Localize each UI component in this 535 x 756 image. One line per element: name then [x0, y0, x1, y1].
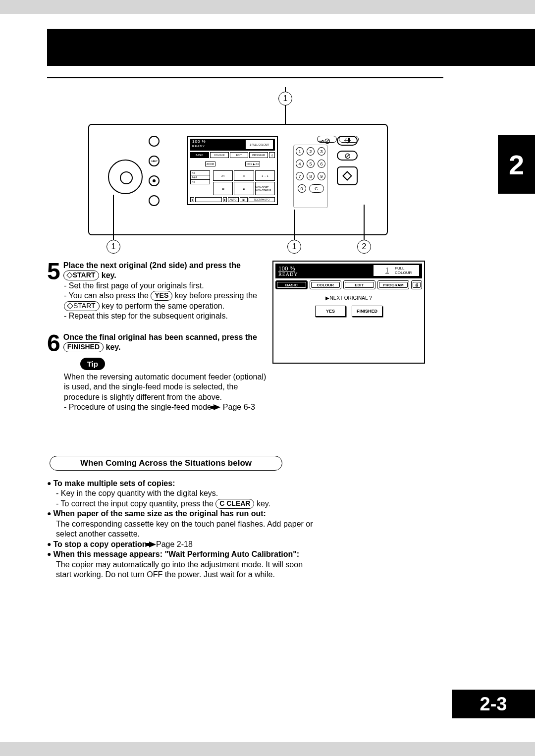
arrow-icon	[149, 541, 156, 547]
bot-cell	[195, 197, 222, 202]
panel-tab: COLOUR	[210, 152, 229, 158]
panel-ready: READY	[192, 145, 205, 148]
grid-cell: A4	[213, 170, 233, 181]
control-panel-illustration: HELP 100 % READY 1 FULL COLOUR BASIC COL…	[88, 124, 388, 235]
indicator-circle	[149, 175, 160, 186]
step6-heading: Once the final original has been scanned…	[63, 333, 257, 351]
bot-cell: ▣	[240, 197, 248, 202]
manual-page: 2 2-3 HELP 100 % READY 1 FULL COLOUR BAS…	[0, 14, 535, 742]
indicator-circle	[149, 136, 160, 147]
start-button-icon	[337, 166, 358, 185]
header-band	[47, 29, 535, 66]
key-0: 0	[298, 184, 306, 193]
grid-cell: 1 → 1	[255, 170, 275, 181]
key-clear: C	[309, 184, 324, 193]
bot-cell: ▶	[223, 197, 227, 202]
grid-cell: □	[234, 170, 254, 181]
lcd-tab: PROGRAM	[377, 280, 410, 289]
tip-text: - Procedure of using the single-feed mod…	[64, 402, 268, 412]
leader-line	[364, 205, 365, 240]
step5-heading: Place the next original (2nd side) and p…	[63, 261, 241, 279]
situ-line: - Key in the copy quantity with the digi…	[56, 488, 315, 498]
lcd-tab-icon: ⎙	[411, 280, 422, 289]
key-5: 5	[307, 160, 315, 168]
panel-tab-icon: ⎙	[269, 152, 275, 158]
page-number: 2-3	[452, 690, 535, 718]
tray-item: A4	[190, 179, 210, 184]
key-8: 8	[307, 172, 315, 180]
situ-line: The corresponding cassette key on the to…	[56, 519, 315, 540]
body-text: 5 Place the next original (2nd side) and…	[47, 261, 268, 413]
situ-heading: When paper of the same size as the origi…	[53, 509, 266, 519]
grid-cell: ▣	[234, 182, 254, 195]
callout-number: 2	[357, 240, 371, 254]
step5-line: - You can also press the YES key before …	[64, 291, 268, 311]
lcd-prompt: ▶NEXT ORIGINAL ?	[273, 295, 424, 301]
key-3: 3	[318, 147, 325, 156]
mid-cell: ZOOM	[205, 162, 215, 166]
right-button: ⊘	[337, 151, 358, 161]
key-2: 2	[307, 147, 315, 156]
situ-line: - To correct the input copy quantity, pr…	[56, 499, 315, 509]
contrast-dial	[108, 160, 143, 194]
help-button-icon: HELP	[149, 156, 160, 166]
step-number: 5	[47, 261, 60, 282]
start-key-icon: START	[63, 270, 100, 280]
start-key-icon: START	[64, 301, 100, 311]
panel-lcd: 100 % READY 1 FULL COLOUR BASIC COLOUR E…	[187, 136, 278, 205]
lcd-preview: 100 % READY 1FULL COLOUR BASIC COLOUR ED…	[272, 261, 425, 364]
clear-key-icon: C CLEAR	[215, 499, 254, 509]
step-number: 6	[47, 332, 60, 354]
mid-cell: ORG ▶ A4	[245, 162, 260, 166]
situ-heading: When this message appears: "Wait Perform…	[53, 549, 299, 559]
chapter-tab: 2	[498, 135, 535, 194]
callout-number: 1	[287, 240, 301, 254]
lcd-copies: 1	[385, 267, 389, 274]
callout-number: 1	[278, 92, 292, 106]
leader-line	[113, 195, 114, 240]
lcd-finished-button: FINISHED	[352, 306, 382, 317]
key-1: 1	[296, 147, 304, 156]
callout-number: 1	[107, 240, 120, 254]
finished-key-icon: FINISHED	[63, 342, 104, 352]
top-key-icon: ⊸⊘	[317, 136, 337, 143]
key-7: 7	[296, 172, 304, 180]
section-heading: When Coming Across the Situations below	[50, 456, 282, 471]
step5-line: - Repeat this step for the subsequent or…	[64, 311, 268, 321]
bot-cell: TEXT/PHOTO	[249, 197, 275, 202]
lcd-tab: BASIC	[275, 280, 308, 289]
step5-line: - Set the first page of your originals f…	[64, 281, 268, 291]
key-6: 6	[318, 160, 325, 168]
tip-text: When the reversing automatic document fe…	[64, 372, 268, 402]
key-9: 9	[318, 172, 325, 180]
panel-pct: 100 %	[192, 139, 206, 144]
key-4: 4	[296, 160, 304, 168]
grid-cell: ▦	[213, 182, 233, 195]
numeric-keypad: 123 456 789 0C	[293, 145, 328, 208]
situ-heading: To make multiple sets of copies:	[53, 479, 175, 488]
yes-key-icon: YES	[151, 291, 172, 301]
situations-block: ●To make multiple sets of copies: - Key …	[47, 479, 315, 580]
lcd-tab: COLOUR	[310, 280, 342, 289]
tip-badge: Tip	[80, 358, 105, 370]
bot-cell: AUTO	[228, 197, 239, 202]
lcd-tab: EDIT	[343, 280, 375, 289]
bot-cell: ◀	[190, 197, 194, 202]
indicator-circle	[149, 195, 160, 206]
horizontal-rule	[47, 77, 443, 78]
panel-tab: EDIT	[230, 152, 249, 158]
leader-line	[294, 210, 295, 240]
panel-tab: BASIC	[190, 152, 209, 158]
lcd-ready: READY	[278, 271, 298, 277]
panel-badge: 1 FULL COLOUR	[246, 140, 273, 149]
grid-cell: NON-SORT NON-STAPLE	[255, 182, 275, 195]
right-button: ⦵	[337, 136, 358, 146]
lcd-badge: 1FULL COLOUR	[374, 265, 419, 276]
situ-heading: To stop a copy operation	[53, 540, 156, 549]
arrow-icon	[214, 404, 220, 410]
lcd-yes-button: YES	[315, 306, 346, 317]
panel-tab: PROGRAM	[249, 152, 268, 158]
situ-line: The copier may automatically go into the…	[56, 560, 315, 580]
